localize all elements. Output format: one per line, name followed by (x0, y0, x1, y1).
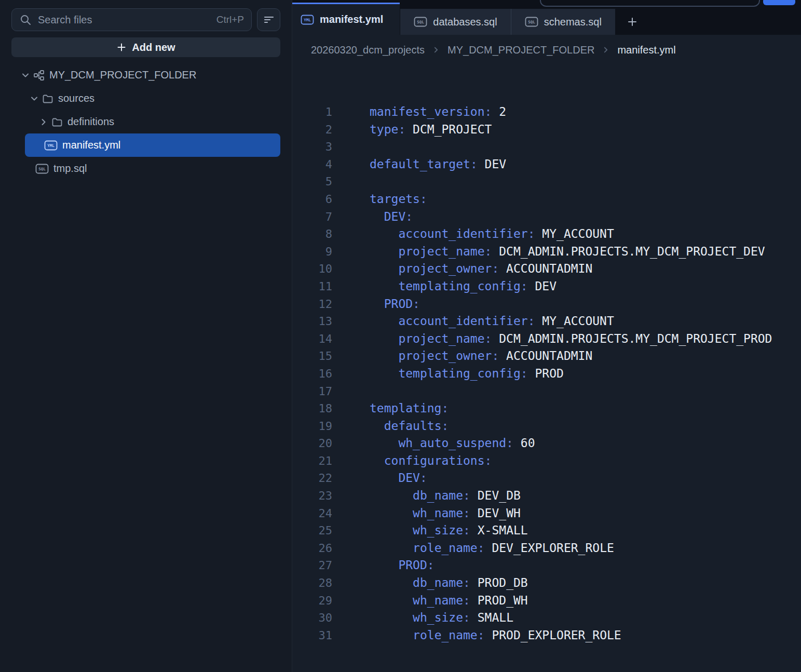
code-line[interactable]: 15 project_owner: ACCOUNTADMIN (292, 347, 801, 365)
code-text: project_owner: ACCOUNTADMIN (332, 347, 592, 365)
tree-item-label: manifest.yml (62, 139, 120, 151)
folder-icon (51, 117, 63, 127)
search-input[interactable] (37, 14, 211, 26)
code-line[interactable]: 7 DEV: (292, 208, 801, 226)
tree-item-sources[interactable]: sources (11, 87, 280, 110)
code-line[interactable]: 21 configurations: (292, 452, 801, 470)
code-text: templating_config: DEV (332, 278, 556, 295)
breadcrumb-item[interactable]: 20260320_dcm_projects (311, 44, 425, 56)
tab-schemas.sql[interactable]: SQLschemas.sql (511, 9, 615, 35)
code-line[interactable]: 24 wh_name: DEV_WH (292, 505, 801, 522)
code-line[interactable]: 14 project_name: DCM_ADMIN.PROJECTS.MY_D… (292, 330, 801, 348)
code-text: wh_auto_suspend: 60 (332, 435, 535, 452)
tree-item-definitions[interactable]: definitions (11, 110, 280, 133)
code-line[interactable]: 31 role_name: PROD_EXPLORER_ROLE (292, 627, 801, 644)
search-files-box[interactable]: Ctrl+P (11, 8, 252, 31)
line-number: 1 (292, 103, 332, 121)
code-line[interactable]: 3 (292, 138, 801, 156)
code-line[interactable]: 26 role_name: DEV_EXPLORER_ROLE (292, 540, 801, 557)
code-line[interactable]: 5 (292, 173, 801, 191)
svg-text:YML: YML (47, 143, 55, 148)
code-text: db_name: DEV_DB (332, 487, 521, 505)
code-line[interactable]: 30 wh_size: SMALL (292, 609, 801, 627)
code-text: DEV: (332, 469, 427, 487)
line-number: 30 (292, 609, 332, 627)
tree-item-tmp.sql[interactable]: SQLtmp.sql (11, 157, 280, 180)
code-line[interactable]: 18templating: (292, 400, 801, 418)
code-text (332, 138, 370, 156)
svg-text:SQL: SQL (528, 20, 535, 24)
line-number: 5 (292, 173, 332, 191)
tab-strip: YMLmanifest.ymlSQLdatabases.sqlSQLschema… (292, 0, 801, 35)
code-line[interactable]: 8 account_identifier: MY_ACCOUNT (292, 225, 801, 243)
yml-file-icon: YML (301, 14, 314, 25)
code-line[interactable]: 4default_target: DEV (292, 156, 801, 173)
code-text: default_target: DEV (332, 156, 506, 173)
tree-item-manifest.yml[interactable]: YMLmanifest.yml (25, 133, 280, 157)
code-text (332, 173, 370, 191)
code-line[interactable]: 2type: DCM_PROJECT (292, 121, 801, 139)
plus-icon (116, 42, 127, 52)
code-text: wh_name: PROD_WH (332, 592, 528, 610)
chevron-down-icon[interactable] (30, 94, 39, 103)
topbar-search-partial[interactable] (540, 0, 760, 7)
code-line[interactable]: 29 wh_name: PROD_WH (292, 592, 801, 610)
line-number: 28 (292, 574, 332, 592)
code-text: account_identifier: MY_ACCOUNT (332, 313, 614, 330)
code-line[interactable]: 9 project_name: DCM_ADMIN.PROJECTS.MY_DC… (292, 243, 801, 261)
tab-manifest.yml[interactable]: YMLmanifest.yml (292, 3, 400, 35)
code-line[interactable]: 11 templating_config: DEV (292, 278, 801, 295)
search-shortcut: Ctrl+P (216, 14, 244, 25)
breadcrumb-item[interactable]: MY_DCM_PROJECT_FOLDER (447, 44, 594, 56)
add-new-button[interactable]: Add new (11, 37, 280, 57)
line-number: 27 (292, 557, 332, 574)
code-text: defaults: (332, 418, 449, 435)
breadcrumb: 20260320_dcm_projectsMY_DCM_PROJECT_FOLD… (292, 35, 801, 65)
sort-button[interactable] (257, 8, 280, 31)
code-line[interactable]: 13 account_identifier: MY_ACCOUNT (292, 313, 801, 330)
topbar-button-partial[interactable] (763, 0, 795, 5)
code-line[interactable]: 20 wh_auto_suspend: 60 (292, 435, 801, 452)
code-line[interactable]: 1manifest_version: 2 (292, 103, 801, 121)
code-line[interactable]: 23 db_name: DEV_DB (292, 487, 801, 505)
code-text: db_name: PROD_DB (332, 574, 528, 592)
tree-item-my-dcm-project-folder[interactable]: MY_DCM_PROJECT_FOLDER (11, 63, 280, 87)
chevron-down-icon[interactable] (21, 71, 30, 80)
tab-strip-tabs: YMLmanifest.ymlSQLdatabases.sqlSQLschema… (292, 3, 615, 35)
new-tab-button[interactable] (618, 9, 646, 35)
code-line[interactable]: 10 project_owner: ACCOUNTADMIN (292, 260, 801, 278)
code-text: wh_size: X-SMALL (332, 522, 528, 540)
folder-icon (42, 93, 53, 104)
code-editor[interactable]: 1manifest_version: 22type: DCM_PROJECT34… (292, 65, 801, 672)
line-number: 15 (292, 347, 332, 365)
code-line[interactable]: 22 DEV: (292, 469, 801, 487)
line-number: 10 (292, 260, 332, 278)
code-line[interactable]: 25 wh_size: X-SMALL (292, 522, 801, 540)
search-icon (19, 14, 32, 26)
line-number: 17 (292, 383, 332, 400)
line-number: 16 (292, 365, 332, 383)
line-number: 26 (292, 540, 332, 557)
line-number: 21 (292, 452, 332, 470)
sort-icon (263, 14, 275, 26)
code-line[interactable]: 28 db_name: PROD_DB (292, 574, 801, 592)
line-number: 12 (292, 295, 332, 313)
search-row: Ctrl+P (11, 8, 280, 31)
line-number: 20 (292, 435, 332, 452)
code-line[interactable]: 17 (292, 383, 801, 400)
chevron-right-icon (432, 46, 440, 54)
line-number: 11 (292, 278, 332, 295)
add-new-label: Add new (132, 42, 175, 53)
code-line[interactable]: 27 PROD: (292, 557, 801, 574)
code-line[interactable]: 6targets: (292, 191, 801, 208)
code-line[interactable]: 16 templating_config: PROD (292, 365, 801, 383)
code-line[interactable]: 12 PROD: (292, 295, 801, 313)
line-number: 25 (292, 522, 332, 540)
chevron-right-icon[interactable] (39, 117, 48, 127)
sql-file-icon: SQL (414, 16, 427, 28)
line-number: 3 (292, 138, 332, 156)
line-number: 2 (292, 121, 332, 139)
tab-databases.sql[interactable]: SQLdatabases.sql (400, 9, 510, 35)
code-line[interactable]: 19 defaults: (292, 418, 801, 435)
breadcrumb-item[interactable]: manifest.yml (617, 44, 675, 56)
